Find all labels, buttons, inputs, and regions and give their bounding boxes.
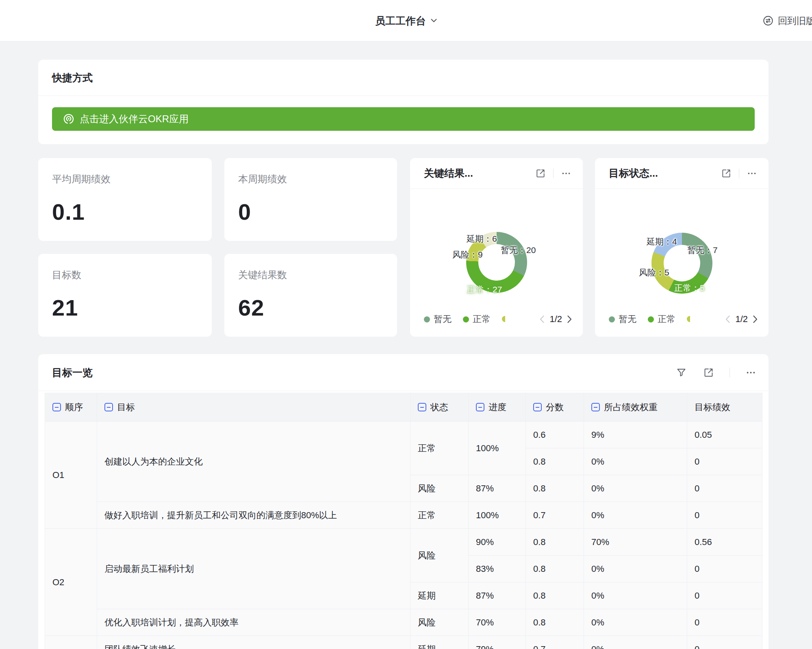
collapse-column-icon[interactable] [533, 403, 542, 411]
stat-card-current-cycle-performance: 本周期绩效 0 [224, 158, 397, 241]
divider [553, 169, 554, 178]
cell-status: 风险 [410, 609, 469, 636]
legend-item-none[interactable]: 暂无 [609, 313, 636, 325]
collapse-column-icon[interactable] [418, 403, 426, 411]
table-row: 优化入职培训计划，提高入职效率 风险 70% 0.8 0% 0 [45, 609, 762, 636]
cell-weight: 0% [584, 636, 687, 649]
legend-item-risk-clipped[interactable] [687, 316, 690, 322]
chart-label-none: 暂无：20 [501, 244, 536, 256]
col-header-progress: 进度 [469, 393, 526, 422]
cell-progress: 79% [469, 636, 526, 649]
switch-version-icon [762, 15, 774, 26]
page-title: 员工工作台 [375, 14, 426, 28]
collapse-column-icon[interactable] [476, 403, 484, 411]
col-header-objective: 目标 [97, 393, 410, 422]
legend-page-indicator: 1/2 [735, 314, 748, 324]
legend-item-risk-clipped[interactable] [502, 316, 505, 322]
shortcut-card: 快捷方式 点击进入伙伴云OKR应用 [38, 60, 769, 144]
more-options-icon[interactable] [747, 168, 757, 179]
cell-weight: 0% [584, 448, 687, 475]
legend-next-page-icon[interactable] [567, 315, 572, 323]
top-bar: 员工工作台 回到旧版 [0, 0, 812, 41]
cell-status: 正常 [410, 422, 469, 475]
table-row: O2 启动最新员工福利计划 风险 90% 0.8 70% 0.56 [45, 529, 762, 556]
legend-item-normal[interactable]: 正常 [463, 313, 491, 325]
cell-progress: 70% [469, 609, 526, 636]
stat-card-avg-cycle-performance: 平均周期绩效 0.1 [38, 158, 212, 241]
chart-label-normal: 正常：27 [467, 284, 502, 295]
stat-value: 0 [238, 199, 383, 225]
cell-progress: 100% [469, 422, 526, 475]
back-to-old-label: 回到旧版 [778, 15, 812, 27]
legend-prev-page-icon[interactable] [539, 315, 545, 323]
external-link-icon[interactable] [721, 168, 732, 179]
cell-status: 延期 [410, 582, 469, 609]
cell-status: 正常 [410, 502, 469, 529]
col-header-performance: 目标绩效 [687, 393, 762, 422]
legend-label-normal: 正常 [473, 313, 491, 325]
chart-label-risk: 风险：9 [452, 249, 483, 260]
filter-icon[interactable] [676, 367, 687, 378]
chart-card-title: 目标状态... [609, 167, 658, 180]
divider [729, 368, 730, 377]
more-options-icon[interactable] [745, 367, 756, 378]
col-header-order: 顺序 [45, 393, 97, 422]
cell-objective: 创建以人为本的企业文化 [97, 422, 410, 502]
cell-weight: 9% [584, 422, 687, 448]
stat-value: 62 [238, 294, 383, 321]
stat-card-key-result-count: 关键结果数 62 [224, 254, 397, 337]
stat-label: 平均周期绩效 [52, 173, 198, 186]
shortcut-card-title: 快捷方式 [52, 71, 93, 84]
donut-chart-area: 延期：4 暂无：7 风险：5 正常：5 暂无 正常 1/2 [595, 189, 769, 337]
legend-prev-page-icon[interactable] [725, 315, 730, 323]
external-link-icon[interactable] [535, 168, 546, 179]
cell-score: 0.8 [526, 556, 584, 582]
col-header-weight: 所占绩效权重 [584, 393, 687, 422]
cell-performance: 0 [687, 502, 762, 529]
collapse-column-icon[interactable] [104, 403, 113, 411]
stat-label: 本周期绩效 [238, 173, 383, 186]
legend-label-normal: 正常 [658, 313, 675, 325]
cell-objective: 做好入职培训，提升新员工和公司双向的满意度到80%以上 [97, 502, 410, 529]
objective-list-card: 目标一览 [38, 354, 769, 649]
collapse-column-icon[interactable] [52, 403, 61, 411]
legend-page-indicator: 1/2 [549, 314, 562, 324]
legend-label-none: 暂无 [619, 313, 636, 325]
collapse-column-icon[interactable] [591, 403, 600, 411]
open-okr-app-label: 点击进入伙伴云OKR应用 [80, 112, 189, 125]
cell-status: 风险 [410, 529, 469, 582]
chart-label-overdue: 延期：6 [467, 233, 497, 244]
stat-card-objective-count: 目标数 21 [38, 254, 212, 337]
cell-weight: 0% [584, 556, 687, 582]
col-header-score: 分数 [526, 393, 584, 422]
cell-score: 0.6 [526, 422, 584, 448]
more-options-icon[interactable] [561, 168, 571, 179]
cell-progress: 100% [469, 502, 526, 529]
chart-label-overdue: 延期：4 [647, 236, 677, 247]
cell-order: O2 [45, 529, 97, 636]
back-to-old-version-button[interactable]: 回到旧版 [762, 0, 812, 41]
cell-performance: 0 [687, 556, 762, 582]
cell-objective: 优化入职培训计划，提高入职效率 [97, 609, 410, 636]
col-header-status: 状态 [410, 393, 469, 422]
table-card-title: 目标一览 [52, 366, 93, 379]
legend-next-page-icon[interactable] [753, 315, 758, 323]
cell-score: 0.8 [526, 475, 584, 502]
legend-item-none[interactable]: 暂无 [424, 313, 452, 325]
workspace-switcher[interactable]: 员工工作台 [0, 0, 812, 41]
cell-performance: 0.56 [687, 529, 762, 556]
cell-performance: 0 [687, 448, 762, 475]
cell-status: 风险 [410, 475, 469, 502]
cell-weight: 0% [584, 609, 687, 636]
donut-chart-area: 延期：6 暂无：20 风险：9 正常：27 暂无 正常 1/2 [410, 189, 583, 337]
open-okr-app-button[interactable]: 点击进入伙伴云OKR应用 [52, 107, 755, 131]
cell-score: 0.8 [526, 582, 584, 609]
external-link-icon[interactable] [703, 367, 714, 378]
stat-label: 目标数 [52, 268, 198, 281]
cell-objective: 启动最新员工福利计划 [97, 529, 410, 609]
cell-performance: 0.05 [687, 422, 762, 448]
legend-item-normal[interactable]: 正常 [648, 313, 675, 325]
stat-label: 关键结果数 [238, 268, 383, 281]
chart-label-normal: 正常：5 [674, 282, 705, 294]
cell-performance: 0 [687, 636, 762, 649]
